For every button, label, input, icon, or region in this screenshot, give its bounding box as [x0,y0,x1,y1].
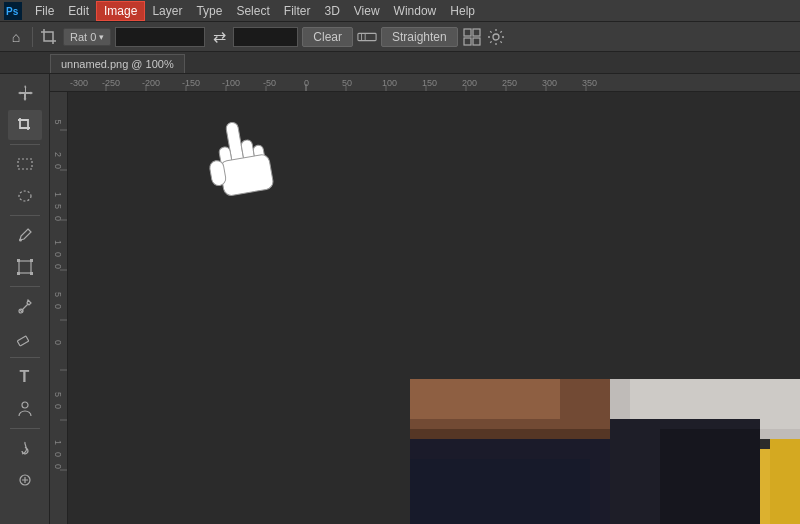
menu-image[interactable]: Image [96,1,145,21]
menu-select[interactable]: Select [229,2,276,20]
svg-rect-10 [18,159,32,169]
svg-text:-300: -300 [70,78,88,88]
brush-tool[interactable] [8,220,42,250]
ruler-left: 5 2 0 1 5 0 1 0 0 5 0 0 5 0 [50,92,68,524]
menu-file[interactable]: File [28,2,61,20]
svg-text:-100: -100 [222,78,240,88]
svg-text:5: 5 [53,204,63,209]
svg-rect-19 [17,336,29,346]
main-area: T [0,74,800,524]
width-input[interactable] [115,27,205,47]
height-input[interactable] [233,27,298,47]
tool-separator-1 [10,144,40,145]
svg-text:1: 1 [53,192,63,197]
svg-text:0: 0 [53,404,63,409]
svg-point-9 [493,34,499,40]
svg-text:1: 1 [53,440,63,445]
svg-text:0: 0 [304,78,309,88]
svg-rect-8 [473,38,480,45]
home-icon[interactable]: ⌂ [6,27,26,47]
svg-text:200: 200 [462,78,477,88]
menu-window[interactable]: Window [387,2,444,20]
svg-text:0: 0 [53,452,63,457]
svg-rect-15 [30,259,33,262]
menu-view[interactable]: View [347,2,387,20]
svg-text:-150: -150 [182,78,200,88]
svg-text:50: 50 [342,78,352,88]
svg-text:0: 0 [53,304,63,309]
ratio-dropdown[interactable]: Rat 0 ▾ [63,28,111,46]
svg-text:1: 1 [53,240,63,245]
menu-bar: Ps File Edit Image Layer Type Select Fil… [0,0,800,22]
gear-icon[interactable] [486,27,506,47]
straighten-button[interactable]: Straighten [381,27,458,47]
canvas-area: -300 -250 -200 -150 -100 -50 0 50 100 15… [50,74,800,524]
svg-text:-250: -250 [102,78,120,88]
toolbar: T [0,74,50,524]
svg-text:0: 0 [53,464,63,469]
move-tool[interactable] [8,78,42,108]
canvas-image [410,379,800,524]
svg-text:-50: -50 [263,78,276,88]
eraser-tool[interactable] [8,323,42,353]
crop-tool-icon[interactable] [39,27,59,47]
svg-text:5: 5 [53,119,63,124]
svg-rect-14 [17,259,20,262]
tool-separator-2 [10,215,40,216]
svg-text:Ps: Ps [6,6,19,17]
svg-text:2: 2 [53,152,63,157]
swap-icon[interactable]: ⇄ [209,27,229,47]
canvas-content [68,92,800,524]
tool-separator-5 [10,428,40,429]
svg-text:350: 350 [582,78,597,88]
menu-3d[interactable]: 3D [317,2,346,20]
svg-text:250: 250 [502,78,517,88]
lasso-tool[interactable] [8,181,42,211]
menu-layer[interactable]: Layer [145,2,189,20]
menu-type[interactable]: Type [189,2,229,20]
tool-separator-4 [10,357,40,358]
separator-1 [32,27,33,47]
svg-rect-7 [464,38,471,45]
svg-rect-13 [19,261,31,273]
menu-edit[interactable]: Edit [61,2,96,20]
svg-rect-87 [660,429,760,524]
menu-help[interactable]: Help [443,2,482,20]
svg-rect-5 [464,29,471,36]
svg-point-20 [22,402,28,408]
person-tool[interactable] [8,394,42,424]
svg-text:0: 0 [53,252,63,257]
svg-text:0: 0 [53,264,63,269]
svg-text:100: 100 [382,78,397,88]
svg-text:150: 150 [422,78,437,88]
crop-tool[interactable] [8,110,42,140]
svg-rect-2 [358,33,376,40]
svg-rect-17 [30,272,33,275]
svg-point-11 [19,191,31,201]
svg-text:5: 5 [53,292,63,297]
menu-filter[interactable]: Filter [277,2,318,20]
text-tool[interactable]: T [8,362,42,392]
svg-text:300: 300 [542,78,557,88]
tool-separator-3 [10,286,40,287]
svg-rect-16 [17,272,20,275]
svg-text:0: 0 [53,340,63,345]
transform-tool[interactable] [8,252,42,282]
svg-rect-6 [473,29,480,36]
svg-point-12 [19,239,22,242]
svg-text:0: 0 [53,164,63,169]
grid-icon[interactable] [462,27,482,47]
marquee-tool[interactable] [8,149,42,179]
tab-bar: unnamed.png @ 100% [0,52,800,74]
options-bar: ⌂ Rat 0 ▾ ⇄ Clear Straighten [0,22,800,52]
document-tab[interactable]: unnamed.png @ 100% [50,54,185,73]
straighten-icon[interactable] [357,27,377,47]
burn-tool[interactable] [8,433,42,463]
extra-tool[interactable] [8,465,42,495]
clear-button[interactable]: Clear [302,27,353,47]
eyedropper-tool[interactable] [8,291,42,321]
ps-logo: Ps [4,2,22,20]
ruler-top: -300 -250 -200 -150 -100 -50 0 50 100 15… [50,74,800,92]
svg-text:5: 5 [53,392,63,397]
svg-text:-200: -200 [142,78,160,88]
